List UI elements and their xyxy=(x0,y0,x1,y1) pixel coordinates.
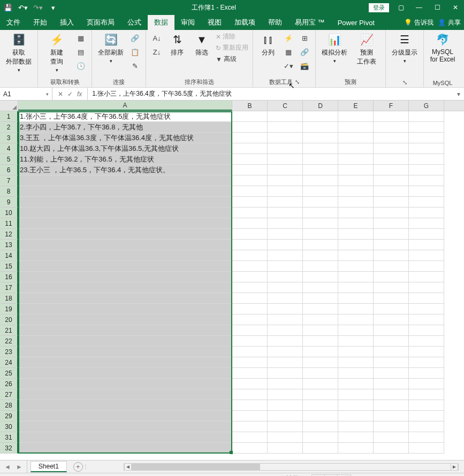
cell[interactable] xyxy=(338,304,374,314)
cell[interactable] xyxy=(374,411,409,421)
cell[interactable] xyxy=(374,175,409,186)
cell[interactable] xyxy=(303,208,338,218)
column-header-C[interactable]: C xyxy=(268,101,303,111)
cell[interactable] xyxy=(338,347,374,357)
cell[interactable] xyxy=(18,186,232,197)
cell[interactable] xyxy=(338,272,374,282)
cell[interactable] xyxy=(374,325,409,336)
cell[interactable] xyxy=(268,197,303,208)
cell[interactable] xyxy=(374,197,409,208)
cell[interactable] xyxy=(268,421,303,432)
cell[interactable] xyxy=(268,443,303,454)
cell[interactable] xyxy=(18,336,232,347)
cell[interactable] xyxy=(303,347,338,357)
cell[interactable]: 3.王五 ，上午体温36.3度，下午体温36.4度，无其他症状 xyxy=(18,133,232,143)
cell[interactable]: 1.张小三，上午36.4度，下午36.5度，无其他症状 xyxy=(18,111,232,122)
row-header[interactable]: 9 xyxy=(0,197,18,208)
cell[interactable] xyxy=(303,229,338,240)
row-header[interactable]: 29 xyxy=(0,411,18,421)
cell[interactable] xyxy=(232,314,268,325)
row-header[interactable]: 6 xyxy=(0,165,18,175)
cell[interactable] xyxy=(409,154,444,165)
cell[interactable] xyxy=(232,272,268,282)
row-header[interactable]: 4 xyxy=(0,143,18,154)
cell[interactable] xyxy=(374,368,409,379)
sort-button[interactable]: ⇅ 排序 xyxy=(166,32,188,57)
reapply-filter-button[interactable]: ↻ 重新应用 xyxy=(216,43,248,52)
cell[interactable] xyxy=(303,443,338,454)
cell[interactable] xyxy=(268,250,303,261)
menu-tab-页面布局[interactable]: 页面布局 xyxy=(80,15,121,30)
forecast-sheet-button[interactable]: 📈 预测 工作表 xyxy=(352,32,381,66)
cancel-formula-icon[interactable]: ✕ xyxy=(58,90,63,98)
cell[interactable] xyxy=(303,421,338,432)
cell[interactable] xyxy=(268,111,303,122)
cell[interactable] xyxy=(232,304,268,314)
row-header[interactable]: 3 xyxy=(0,133,18,143)
cell[interactable] xyxy=(232,347,268,357)
cell[interactable] xyxy=(338,154,374,165)
cell[interactable] xyxy=(232,282,268,293)
cell[interactable] xyxy=(338,261,374,272)
cell[interactable] xyxy=(374,293,409,304)
cell[interactable] xyxy=(374,240,409,250)
cell[interactable] xyxy=(409,421,444,432)
cell[interactable] xyxy=(338,368,374,379)
cell[interactable] xyxy=(303,133,338,143)
cell[interactable] xyxy=(374,111,409,122)
cell[interactable] xyxy=(409,411,444,421)
new-query-button[interactable]: ⚡ 新建 查询 ▾ xyxy=(42,32,71,73)
cell[interactable] xyxy=(374,347,409,357)
cell[interactable] xyxy=(409,143,444,154)
share-button[interactable]: 👤 共享 xyxy=(438,18,461,27)
cell[interactable] xyxy=(374,421,409,432)
cell[interactable] xyxy=(268,186,303,197)
cell[interactable] xyxy=(374,250,409,261)
cell[interactable] xyxy=(338,400,374,411)
cell[interactable] xyxy=(268,282,303,293)
cell[interactable] xyxy=(338,133,374,143)
cell[interactable] xyxy=(338,186,374,197)
tellme-button[interactable]: 💡 告诉我 xyxy=(404,18,433,27)
row-header[interactable]: 20 xyxy=(0,314,18,325)
cell[interactable] xyxy=(232,250,268,261)
cell[interactable] xyxy=(18,261,232,272)
cell[interactable] xyxy=(338,218,374,229)
cell[interactable] xyxy=(303,336,338,347)
cell[interactable] xyxy=(18,229,232,240)
data-validation-button[interactable]: ✓▾ xyxy=(282,60,295,72)
cell[interactable] xyxy=(268,389,303,400)
cell[interactable] xyxy=(338,282,374,293)
cell[interactable] xyxy=(338,229,374,240)
cell[interactable] xyxy=(374,229,409,240)
cell[interactable] xyxy=(303,261,338,272)
cell[interactable] xyxy=(409,357,444,368)
cell[interactable] xyxy=(18,197,232,208)
row-header[interactable]: 22 xyxy=(0,336,18,347)
cell[interactable] xyxy=(409,443,444,454)
row-header[interactable]: 14 xyxy=(0,250,18,261)
what-if-button[interactable]: 📊 模拟分析 ▾ xyxy=(320,32,349,64)
cell[interactable] xyxy=(232,421,268,432)
row-header[interactable]: 31 xyxy=(0,432,18,443)
expand-formula-bar-icon[interactable]: ▾ xyxy=(453,90,464,98)
row-header[interactable]: 27 xyxy=(0,389,18,400)
cell[interactable] xyxy=(268,314,303,325)
cell[interactable] xyxy=(409,336,444,347)
cell[interactable] xyxy=(303,314,338,325)
cell[interactable] xyxy=(303,272,338,282)
cell[interactable] xyxy=(409,347,444,357)
cell[interactable] xyxy=(338,389,374,400)
cell[interactable] xyxy=(303,165,338,175)
cell[interactable] xyxy=(232,165,268,175)
cell[interactable] xyxy=(338,411,374,421)
cell[interactable] xyxy=(374,357,409,368)
menu-tab-插入[interactable]: 插入 xyxy=(54,15,80,30)
cell[interactable] xyxy=(409,325,444,336)
cell[interactable] xyxy=(232,208,268,218)
menu-tab-易用宝 ™[interactable]: 易用宝 ™ xyxy=(288,15,331,30)
minimize-icon[interactable]: — xyxy=(413,2,425,13)
row-header[interactable]: 23 xyxy=(0,347,18,357)
cell[interactable] xyxy=(232,379,268,389)
cell[interactable] xyxy=(338,293,374,304)
